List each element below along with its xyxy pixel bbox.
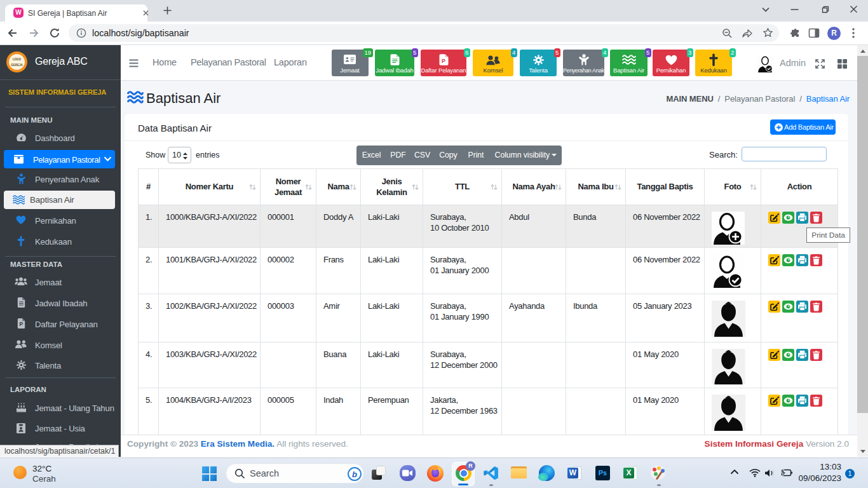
svg-text:P: P (442, 58, 445, 64)
svg-text:P: P (19, 321, 23, 327)
